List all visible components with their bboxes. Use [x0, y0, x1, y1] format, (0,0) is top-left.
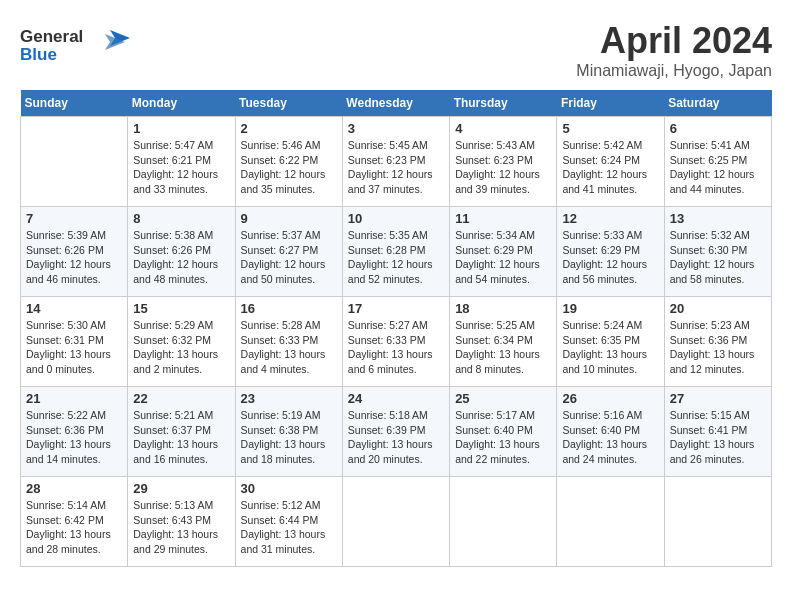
weekday-header-row: SundayMondayTuesdayWednesdayThursdayFrid… — [21, 90, 772, 117]
day-info: Sunrise: 5:27 AMSunset: 6:33 PMDaylight:… — [348, 318, 444, 377]
day-number: 11 — [455, 211, 551, 226]
weekday-header-wednesday: Wednesday — [342, 90, 449, 117]
calendar-cell: 25Sunrise: 5:17 AMSunset: 6:40 PMDayligh… — [450, 387, 557, 477]
day-number: 2 — [241, 121, 337, 136]
day-number: 12 — [562, 211, 658, 226]
day-info: Sunrise: 5:13 AMSunset: 6:43 PMDaylight:… — [133, 498, 229, 557]
day-number: 7 — [26, 211, 122, 226]
logo: General Blue — [20, 20, 130, 74]
day-info: Sunrise: 5:41 AMSunset: 6:25 PMDaylight:… — [670, 138, 766, 197]
calendar-cell — [664, 477, 771, 567]
day-number: 23 — [241, 391, 337, 406]
calendar-week-row: 14Sunrise: 5:30 AMSunset: 6:31 PMDayligh… — [21, 297, 772, 387]
day-number: 19 — [562, 301, 658, 316]
day-info: Sunrise: 5:34 AMSunset: 6:29 PMDaylight:… — [455, 228, 551, 287]
calendar-cell: 7Sunrise: 5:39 AMSunset: 6:26 PMDaylight… — [21, 207, 128, 297]
calendar-cell: 28Sunrise: 5:14 AMSunset: 6:42 PMDayligh… — [21, 477, 128, 567]
day-number: 21 — [26, 391, 122, 406]
svg-text:Blue: Blue — [20, 45, 57, 64]
calendar-cell: 13Sunrise: 5:32 AMSunset: 6:30 PMDayligh… — [664, 207, 771, 297]
day-info: Sunrise: 5:21 AMSunset: 6:37 PMDaylight:… — [133, 408, 229, 467]
day-info: Sunrise: 5:16 AMSunset: 6:40 PMDaylight:… — [562, 408, 658, 467]
day-info: Sunrise: 5:17 AMSunset: 6:40 PMDaylight:… — [455, 408, 551, 467]
weekday-header-monday: Monday — [128, 90, 235, 117]
day-number: 24 — [348, 391, 444, 406]
calendar-cell: 3Sunrise: 5:45 AMSunset: 6:23 PMDaylight… — [342, 117, 449, 207]
calendar-week-row: 28Sunrise: 5:14 AMSunset: 6:42 PMDayligh… — [21, 477, 772, 567]
calendar-cell: 22Sunrise: 5:21 AMSunset: 6:37 PMDayligh… — [128, 387, 235, 477]
day-info: Sunrise: 5:38 AMSunset: 6:26 PMDaylight:… — [133, 228, 229, 287]
day-info: Sunrise: 5:19 AMSunset: 6:38 PMDaylight:… — [241, 408, 337, 467]
day-info: Sunrise: 5:47 AMSunset: 6:21 PMDaylight:… — [133, 138, 229, 197]
day-info: Sunrise: 5:46 AMSunset: 6:22 PMDaylight:… — [241, 138, 337, 197]
day-info: Sunrise: 5:12 AMSunset: 6:44 PMDaylight:… — [241, 498, 337, 557]
calendar-cell: 11Sunrise: 5:34 AMSunset: 6:29 PMDayligh… — [450, 207, 557, 297]
day-info: Sunrise: 5:23 AMSunset: 6:36 PMDaylight:… — [670, 318, 766, 377]
day-info: Sunrise: 5:33 AMSunset: 6:29 PMDaylight:… — [562, 228, 658, 287]
day-number: 6 — [670, 121, 766, 136]
day-number: 14 — [26, 301, 122, 316]
calendar-cell: 12Sunrise: 5:33 AMSunset: 6:29 PMDayligh… — [557, 207, 664, 297]
day-info: Sunrise: 5:18 AMSunset: 6:39 PMDaylight:… — [348, 408, 444, 467]
day-info: Sunrise: 5:15 AMSunset: 6:41 PMDaylight:… — [670, 408, 766, 467]
day-number: 29 — [133, 481, 229, 496]
calendar-cell: 18Sunrise: 5:25 AMSunset: 6:34 PMDayligh… — [450, 297, 557, 387]
calendar-cell: 23Sunrise: 5:19 AMSunset: 6:38 PMDayligh… — [235, 387, 342, 477]
day-number: 9 — [241, 211, 337, 226]
title-area: April 2024 Minamiawaji, Hyogo, Japan — [576, 20, 772, 80]
weekday-header-friday: Friday — [557, 90, 664, 117]
location-title: Minamiawaji, Hyogo, Japan — [576, 62, 772, 80]
day-number: 16 — [241, 301, 337, 316]
day-number: 1 — [133, 121, 229, 136]
day-info: Sunrise: 5:45 AMSunset: 6:23 PMDaylight:… — [348, 138, 444, 197]
calendar-cell: 14Sunrise: 5:30 AMSunset: 6:31 PMDayligh… — [21, 297, 128, 387]
day-info: Sunrise: 5:24 AMSunset: 6:35 PMDaylight:… — [562, 318, 658, 377]
day-info: Sunrise: 5:25 AMSunset: 6:34 PMDaylight:… — [455, 318, 551, 377]
day-number: 5 — [562, 121, 658, 136]
day-number: 18 — [455, 301, 551, 316]
day-number: 3 — [348, 121, 444, 136]
day-info: Sunrise: 5:42 AMSunset: 6:24 PMDaylight:… — [562, 138, 658, 197]
day-number: 4 — [455, 121, 551, 136]
calendar-cell: 8Sunrise: 5:38 AMSunset: 6:26 PMDaylight… — [128, 207, 235, 297]
day-number: 8 — [133, 211, 229, 226]
day-number: 27 — [670, 391, 766, 406]
calendar-cell: 27Sunrise: 5:15 AMSunset: 6:41 PMDayligh… — [664, 387, 771, 477]
day-info: Sunrise: 5:30 AMSunset: 6:31 PMDaylight:… — [26, 318, 122, 377]
weekday-header-saturday: Saturday — [664, 90, 771, 117]
page-header: General Blue April 2024 Minamiawaji, Hyo… — [20, 20, 772, 80]
calendar-cell — [342, 477, 449, 567]
calendar-cell: 30Sunrise: 5:12 AMSunset: 6:44 PMDayligh… — [235, 477, 342, 567]
day-info: Sunrise: 5:32 AMSunset: 6:30 PMDaylight:… — [670, 228, 766, 287]
calendar-cell: 17Sunrise: 5:27 AMSunset: 6:33 PMDayligh… — [342, 297, 449, 387]
day-info: Sunrise: 5:37 AMSunset: 6:27 PMDaylight:… — [241, 228, 337, 287]
month-title: April 2024 — [576, 20, 772, 62]
day-info: Sunrise: 5:22 AMSunset: 6:36 PMDaylight:… — [26, 408, 122, 467]
calendar-cell — [21, 117, 128, 207]
day-number: 26 — [562, 391, 658, 406]
day-info: Sunrise: 5:35 AMSunset: 6:28 PMDaylight:… — [348, 228, 444, 287]
calendar-cell: 9Sunrise: 5:37 AMSunset: 6:27 PMDaylight… — [235, 207, 342, 297]
day-number: 20 — [670, 301, 766, 316]
weekday-header-thursday: Thursday — [450, 90, 557, 117]
day-number: 15 — [133, 301, 229, 316]
calendar-cell: 21Sunrise: 5:22 AMSunset: 6:36 PMDayligh… — [21, 387, 128, 477]
day-number: 10 — [348, 211, 444, 226]
calendar-cell: 19Sunrise: 5:24 AMSunset: 6:35 PMDayligh… — [557, 297, 664, 387]
calendar-cell: 29Sunrise: 5:13 AMSunset: 6:43 PMDayligh… — [128, 477, 235, 567]
calendar-cell — [450, 477, 557, 567]
logo-graphic: General Blue — [20, 20, 130, 74]
calendar-cell: 6Sunrise: 5:41 AMSunset: 6:25 PMDaylight… — [664, 117, 771, 207]
calendar-week-row: 7Sunrise: 5:39 AMSunset: 6:26 PMDaylight… — [21, 207, 772, 297]
day-number: 17 — [348, 301, 444, 316]
day-number: 25 — [455, 391, 551, 406]
calendar-table: SundayMondayTuesdayWednesdayThursdayFrid… — [20, 90, 772, 567]
weekday-header-tuesday: Tuesday — [235, 90, 342, 117]
day-number: 28 — [26, 481, 122, 496]
calendar-cell: 20Sunrise: 5:23 AMSunset: 6:36 PMDayligh… — [664, 297, 771, 387]
calendar-cell — [557, 477, 664, 567]
day-info: Sunrise: 5:39 AMSunset: 6:26 PMDaylight:… — [26, 228, 122, 287]
day-number: 22 — [133, 391, 229, 406]
calendar-cell: 15Sunrise: 5:29 AMSunset: 6:32 PMDayligh… — [128, 297, 235, 387]
calendar-cell: 10Sunrise: 5:35 AMSunset: 6:28 PMDayligh… — [342, 207, 449, 297]
